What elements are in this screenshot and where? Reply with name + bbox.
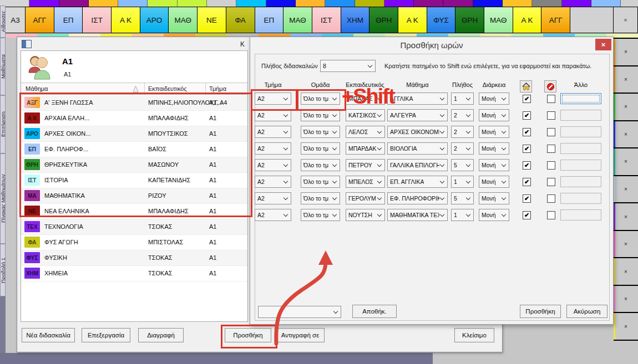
row-duration-select[interactable]: Μονή: [479, 126, 509, 138]
timetable-mini-cell[interactable]: [148, 0, 177, 7]
timetable-mini-cell[interactable]: [296, 0, 325, 7]
forbid-checkbox[interactable]: [547, 194, 555, 203]
row-count-select[interactable]: 5: [451, 192, 474, 204]
grid-cell[interactable]: ×: [614, 313, 638, 341]
other-field[interactable]: [560, 209, 601, 221]
copy-to-button[interactable]: Αντιγραφή σε: [276, 328, 325, 342]
subject-tab[interactable]: ΜΑΘ: [168, 7, 198, 33]
row-subject-select[interactable]: ΑΓΓΛΙΚΑ: [387, 93, 448, 105]
sidebar-tab[interactable]: Πίνακας Μαθημάτων: [0, 153, 6, 244]
row-duration-select[interactable]: Μονή: [479, 209, 509, 221]
row-teacher-select[interactable]: ΝΟΥΤΣΗ: [346, 209, 385, 221]
row-subject-select[interactable]: ΒΙΟΛΟΓΙΑ: [387, 142, 448, 155]
delete-icon[interactable]: ×: [624, 76, 627, 83]
sidebar-tab[interactable]: Επιτήρηση: [0, 95, 6, 153]
save-button[interactable]: Αποθήκ.: [352, 305, 397, 318]
subject-tab[interactable]: ΧΗΜ: [341, 7, 370, 33]
row-subject-select[interactable]: ΜΑΘΗΜΑΤΙΚΑ ΤΕΧ: [387, 209, 448, 221]
delete-icon[interactable]: ×: [624, 49, 627, 55]
subject-tab[interactable]: Α Κ: [398, 7, 427, 33]
delete-button[interactable]: Διαγραφή: [138, 328, 184, 342]
subject-tab[interactable]: ΘΡΗ: [369, 7, 398, 33]
timetable-mini-cell[interactable]: [207, 0, 236, 7]
forbid-checkbox[interactable]: [547, 95, 555, 103]
home-checkbox[interactable]: ✔: [523, 194, 531, 203]
col-teacher[interactable]: Εκπαιδευτικός: [148, 85, 187, 92]
timetable-mini-cell[interactable]: [266, 0, 296, 7]
row-subject-select[interactable]: ΕΠ. ΑΓΓΛΙΚΑ: [387, 176, 448, 188]
lesson-row[interactable]: Α ΚΑΡΧΑΙΑ ΕΛΛΗ...ΜΠΑΛΑΦΙΔΗΣΑ1: [21, 111, 247, 126]
row-omada-select[interactable]: Όλο το τμ: [301, 192, 340, 204]
lesson-row[interactable]: ΜΑΜΑΘΗΜΑΤΙΚΑΡΙΖΟΥΑ1: [21, 188, 247, 204]
timetable-mini-cell[interactable]: [621, 0, 638, 7]
row-subject-select[interactable]: ΓΑΛΛΙΚΑ ΕΠΙΛΟΓΗ: [387, 159, 448, 171]
subject-tab[interactable]: ΑΓΓ: [25, 7, 54, 33]
lesson-row[interactable]: ΘΡΗΘΡΗΣΚΕΥΤΙΚΑΜΑΣΩΝΟΥΑ1: [21, 157, 247, 173]
timetable-mini-cell[interactable]: [325, 0, 355, 7]
timetable-mini-cell[interactable]: [178, 0, 207, 7]
new-lesson-button[interactable]: Νέα διδασκαλία: [22, 328, 75, 342]
subject-tab[interactable]: ΙΣΤ: [82, 7, 112, 33]
col-class[interactable]: Τμήμα: [209, 85, 226, 92]
forbid-checkbox[interactable]: [547, 211, 555, 219]
home-checkbox[interactable]: ✔: [523, 211, 531, 219]
forbid-checkbox[interactable]: [547, 145, 555, 153]
other-field[interactable]: [560, 176, 601, 187]
subject-tab[interactable]: Α Κ: [513, 7, 542, 33]
delete-icon[interactable]: ×: [624, 131, 627, 137]
row-teacher-select[interactable]: ΛΕΛΟΣ: [346, 126, 385, 138]
row-tmima-select[interactable]: Α2: [255, 159, 291, 171]
timetable-mini-cell[interactable]: [591, 0, 621, 7]
subject-tab[interactable]: ΑΡΟ: [140, 7, 169, 33]
no-entry-icon[interactable]: [544, 80, 556, 93]
home-icon[interactable]: [520, 80, 532, 93]
row-omada-select[interactable]: Όλο το τμ: [301, 109, 340, 121]
row-tmima-select[interactable]: Α2: [255, 192, 291, 204]
subject-tab[interactable]: ΦΑ: [226, 7, 255, 33]
timetable-mini-cell[interactable]: [59, 0, 89, 7]
other-field[interactable]: [560, 93, 601, 104]
delete-icon[interactable]: ×: [624, 324, 627, 330]
home-checkbox[interactable]: ✔: [523, 128, 531, 136]
timetable-mini-cell[interactable]: [532, 0, 561, 7]
row-teacher-select[interactable]: ΠΕΤΡΟΥ: [346, 159, 385, 171]
home-checkbox[interactable]: ✔: [523, 178, 531, 186]
row-tmima-select[interactable]: Α2: [255, 126, 291, 138]
row-tmima-select[interactable]: Α2: [255, 142, 291, 155]
row-omada-select[interactable]: Όλο το τμ: [301, 159, 340, 171]
timetable-mini-cell[interactable]: [384, 0, 414, 7]
grid-cell[interactable]: ×: [614, 286, 638, 314]
lesson-row[interactable]: ΦΑΦΥΣ ΑΓΩΓΗΜΠΙΣΤΟΛΑΣΑ1: [21, 235, 247, 250]
subject-tab[interactable]: ΜΑΘ: [484, 7, 513, 33]
forbid-checkbox[interactable]: [547, 178, 555, 186]
timetable-mini-cell[interactable]: [473, 0, 503, 7]
other-field[interactable]: [560, 126, 601, 137]
delete-icon[interactable]: ×: [624, 158, 627, 165]
row-duration-select[interactable]: Μονή: [479, 142, 509, 155]
lesson-row[interactable]: ΑΞΓΑ' ΞΕΝΗ ΓΛΩΣΣΑΜΠΙΝΗΣ,ΗΛΙΟΠΟΥΛΟΥ,Γ...Α…: [21, 95, 247, 111]
sidebar-tab[interactable]: Μαθήματα: [0, 38, 6, 95]
row-subject-select[interactable]: ΑΡΧΕΣ ΟΙΚΟΝΟΜΙΙ: [387, 126, 448, 138]
row-count-select[interactable]: 5: [451, 159, 474, 171]
row-omada-select[interactable]: Όλο το τμ: [301, 142, 340, 155]
edit-button[interactable]: Επεξεργασία: [82, 328, 130, 342]
forbid-checkbox[interactable]: [547, 161, 555, 170]
row-count-select[interactable]: 1: [451, 209, 474, 221]
subject-tab[interactable]: ΦΥΣ: [427, 7, 456, 33]
add-button[interactable]: Προσθήκη: [225, 328, 271, 342]
timetable-mini-cell[interactable]: [562, 0, 591, 7]
copy-target-select[interactable]: [258, 306, 341, 318]
grid-cell[interactable]: ×: [614, 176, 638, 204]
timetable-mini-cell[interactable]: [29, 0, 59, 7]
timetable-mini-cell[interactable]: [355, 0, 384, 7]
other-field[interactable]: [560, 160, 601, 171]
row-duration-select[interactable]: Μονή: [479, 109, 509, 121]
forbid-checkbox[interactable]: [547, 111, 555, 120]
row-count-select[interactable]: 1: [451, 93, 474, 105]
grid-cell[interactable]: ×: [614, 148, 638, 176]
row-teacher-select[interactable]: ΚΑΤΣΙΚΟΣ: [346, 109, 385, 121]
grid-cell[interactable]: ×: [614, 203, 638, 231]
other-field[interactable]: [560, 143, 601, 154]
row-tmima-select[interactable]: Α2: [255, 209, 291, 221]
col-subject[interactable]: Μάθημα: [26, 85, 48, 92]
